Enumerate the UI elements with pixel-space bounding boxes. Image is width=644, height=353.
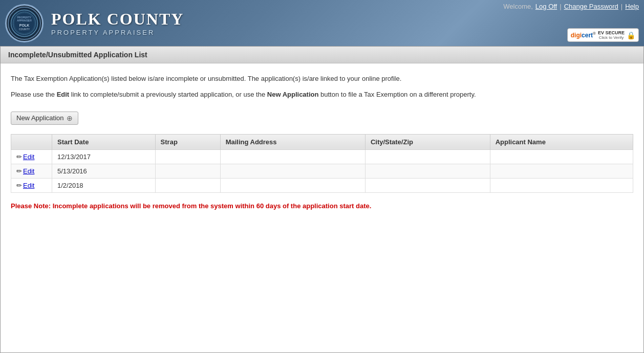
row3-applicant	[490, 178, 633, 192]
intro2-middle: link to complete/submit a previously sta…	[69, 91, 267, 98]
table-row: ✏Edit 12/13/2017	[11, 149, 633, 164]
new-application-button[interactable]: New Application ⊕	[11, 112, 78, 125]
row2-start-date: 5/13/2016	[52, 164, 156, 178]
header-row: Start Date Strap Mailing Address City/St…	[11, 134, 633, 149]
svg-text:APPRAISER: APPRAISER	[17, 19, 32, 22]
page-title-bar: Incomplete/Unsubmitted Application List	[1, 47, 643, 63]
row1-applicant	[490, 149, 633, 164]
intro2-after: button to file a Tax Exemption on a diff…	[318, 91, 476, 98]
table-row: ✏Edit 5/13/2016	[11, 164, 633, 178]
col-city-state-zip: City/State/Zip	[365, 134, 490, 149]
click-to-verify: Click to Verify	[599, 35, 624, 40]
digicert-logo: digicert®	[571, 31, 596, 39]
edit-link-2[interactable]: Edit	[23, 167, 34, 175]
top-nav: Welcome, Log Off | Change Password | Hel…	[503, 3, 639, 10]
row1-city-state	[365, 149, 490, 164]
row2-actions: ✏Edit	[11, 164, 52, 178]
row2-applicant	[490, 164, 633, 178]
row3-city-state	[365, 178, 490, 192]
row2-strap	[155, 164, 220, 178]
lock-icon: 🔒	[627, 31, 635, 39]
row3-start-date: 1/2/2018	[52, 178, 156, 192]
welcome-text: Welcome,	[503, 3, 533, 10]
ev-secure-label: EV SECURE	[598, 30, 625, 35]
separator-2: |	[621, 3, 622, 10]
row1-start-date: 12/13/2017	[52, 149, 156, 164]
page-wrapper: Incomplete/Unsubmitted Application List …	[0, 46, 644, 353]
dept-name: PROPERTY APPRAISER	[51, 29, 184, 36]
help-link[interactable]: Help	[625, 3, 639, 10]
row1-strap	[155, 149, 220, 164]
col-strap: Strap	[155, 134, 220, 149]
table-header: Start Date Strap Mailing Address City/St…	[11, 134, 633, 149]
pencil-icon-3: ✏	[16, 182, 22, 189]
logo-circle: PROPERTY APPRAISER POLK COUNTY	[5, 4, 44, 42]
note-text: Please Note: Incomplete applications wil…	[11, 202, 633, 210]
plus-icon: ⊕	[67, 114, 73, 122]
edit-link-3[interactable]: Edit	[23, 182, 34, 189]
svg-text:COUNTY: COUNTY	[19, 28, 30, 31]
svg-text:POLK: POLK	[19, 24, 29, 27]
change-password-link[interactable]: Change Password	[564, 3, 618, 10]
table-row: ✏Edit 1/2/2018	[11, 178, 633, 192]
intro2-before: Please use the	[11, 91, 57, 98]
col-mailing-address: Mailing Address	[220, 134, 365, 149]
logo-inner: PROPERTY APPRAISER POLK COUNTY	[8, 7, 41, 40]
table-body: ✏Edit 12/13/2017 ✏Edit 5/13/2016	[11, 149, 633, 192]
col-applicant-name: Applicant Name	[490, 134, 633, 149]
intro2-edit: Edit	[57, 91, 70, 98]
digicert-ev-info: EV SECURE Click to Verify	[598, 30, 625, 40]
digicert-badge[interactable]: digicert® EV SECURE Click to Verify 🔒	[567, 28, 639, 42]
row2-city-state	[365, 164, 490, 178]
edit-link-1[interactable]: Edit	[23, 153, 34, 161]
applications-table: Start Date Strap Mailing Address City/St…	[11, 134, 633, 193]
separator-1: |	[560, 3, 561, 10]
row3-actions: ✏Edit	[11, 178, 52, 192]
pencil-icon-1: ✏	[16, 153, 22, 161]
content-body: The Tax Exemption Application(s) listed …	[1, 63, 643, 220]
site-header: PROPERTY APPRAISER POLK COUNTY POLK COUN…	[0, 0, 644, 46]
row1-actions: ✏Edit	[11, 149, 52, 164]
new-app-label: New Application	[16, 114, 64, 122]
header-title: POLK COUNTY PROPERTY APPRAISER	[51, 10, 184, 36]
row3-strap	[155, 178, 220, 192]
intro-text-1: The Tax Exemption Application(s) listed …	[11, 74, 633, 84]
col-actions	[11, 134, 52, 149]
county-name: POLK COUNTY	[51, 10, 184, 29]
log-off-link[interactable]: Log Off	[535, 3, 557, 10]
row3-mailing	[220, 178, 365, 192]
intro2-newapp: New Application	[267, 91, 319, 98]
page-title: Incomplete/Unsubmitted Application List	[8, 51, 147, 59]
pencil-icon-2: ✏	[16, 167, 22, 175]
row2-mailing	[220, 164, 365, 178]
intro-text-2: Please use the Edit link to complete/sub…	[11, 90, 633, 100]
row1-mailing	[220, 149, 365, 164]
header-branding: PROPERTY APPRAISER POLK COUNTY POLK COUN…	[5, 4, 184, 42]
col-start-date: Start Date	[52, 134, 156, 149]
